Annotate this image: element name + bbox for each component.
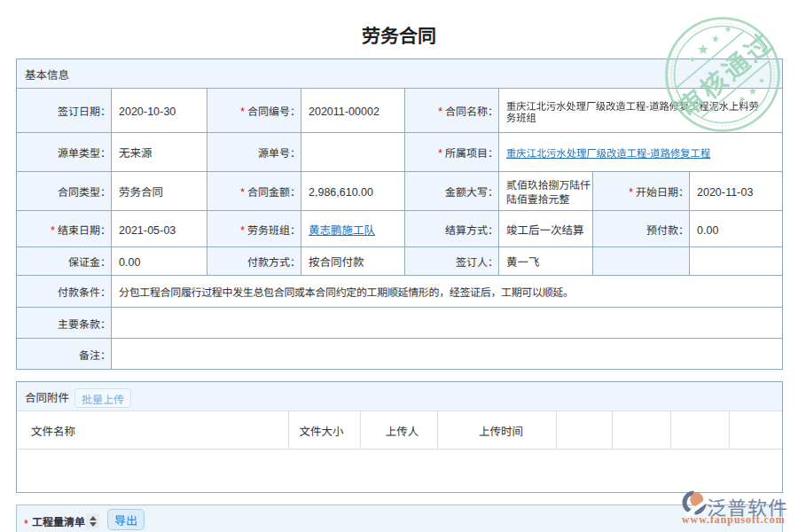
svg-text:审核通过: 审核通过 — [669, 21, 781, 124]
